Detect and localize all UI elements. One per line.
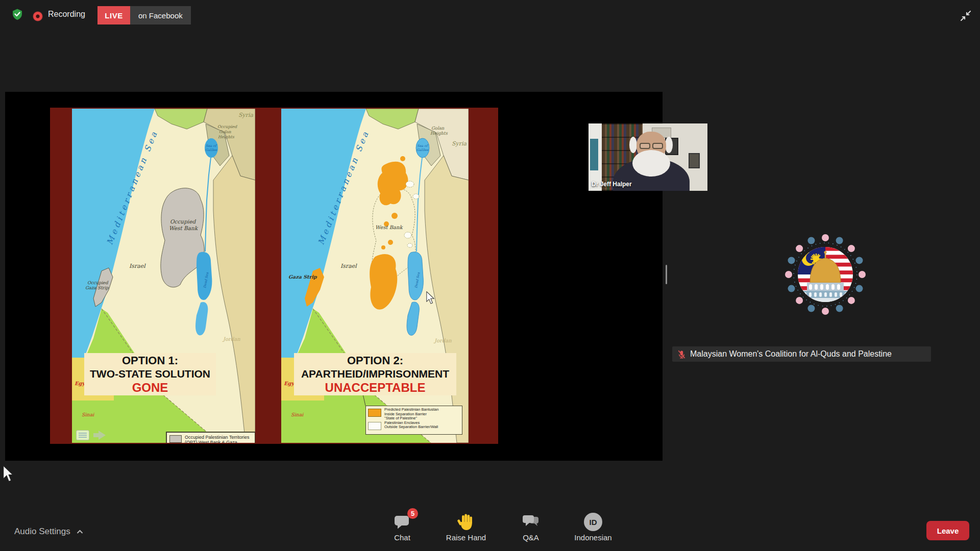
recording-label: Recording [48,10,85,19]
svg-text:Occupied: Occupied [87,280,109,285]
svg-text:Heights: Heights [430,131,448,136]
raised-hand-icon [457,512,475,532]
leave-button[interactable]: Leave [926,521,969,540]
shared-screen-area: Mediterranean Sea Syria Occupied Golan H… [5,92,663,461]
chevron-up-icon [77,530,83,534]
presenter-hair [629,137,637,153]
map-option2-legend: Predicted Palestinian Bantustan Inside S… [365,406,462,435]
option1-subtitle: TWO-STATE SOLUTION [90,367,210,381]
option1-banner: OPTION 1: TWO-STATE SOLUTION GONE [84,353,216,395]
svg-text:Gaza Strip: Gaza Strip [288,274,317,280]
raise-hand-button[interactable]: Raise Hand [438,511,494,542]
audio-settings-label: Audio Settings [14,527,70,537]
svg-text:Gaza Strip: Gaza Strip [85,285,109,290]
svg-text:West Bank: West Bank [169,225,199,231]
svg-text:Jordan: Jordan [222,336,240,342]
svg-text:Heights: Heights [218,135,235,139]
svg-text:Occupied: Occupied [217,124,237,129]
svg-text:Sinai: Sinai [291,412,304,417]
svg-text:Sea of: Sea of [417,144,428,148]
interpretation-button[interactable]: ID Indonesian [565,511,622,542]
chat-label: Chat [394,533,410,542]
panel-drag-handle[interactable] [666,265,667,284]
svg-text:Golan: Golan [219,130,232,134]
exit-fullscreen-button[interactable] [953,4,978,29]
presenter-video-tile[interactable]: Dr Jeff Halper [589,123,707,191]
slideshow-next-icon [93,430,106,440]
legend-gray-swatch [169,435,182,443]
legend-text-line: Occupied Palestinian Territories [185,435,249,440]
local-cursor [1,465,15,483]
svg-text:Israel: Israel [129,263,146,269]
legend-orange-swatch [368,409,381,417]
chat-button[interactable]: 5 Chat [384,511,421,542]
svg-text:Galilee: Galilee [416,148,429,152]
speaker-video-tile[interactable] [785,234,866,315]
svg-text:West Bank: West Bank [375,224,403,230]
option2-banner: OPTION 2: APARTHEID/IMPRISONMENT UNACCEP… [294,353,456,395]
muted-mic-icon [677,350,686,359]
recording-dot-icon [33,11,43,21]
presenter-cursor [425,291,436,305]
svg-text:Jordan: Jordan [433,338,452,344]
option1-title: OPTION 1: [122,354,178,367]
security-shield-icon [11,8,23,22]
svg-text:Sea of: Sea of [206,144,217,148]
interpretation-language-icon: ID [584,513,602,531]
option1-verdict: GONE [132,381,168,395]
presenter-beard [632,150,670,177]
raise-hand-label: Raise Hand [446,533,486,542]
presenter-name-label: Dr Jeff Halper [592,181,632,188]
background-frame [689,153,700,168]
speaker-name-label: Malaysian Women's Coalition for Al-Quds … [690,349,892,359]
slideshow-menu-icon [76,430,89,440]
live-location-label: on Facebook [130,6,191,24]
presenter-glasses [640,143,663,149]
option2-verdict: UNACCEPTABLE [325,381,426,395]
map-option1-legend: Occupied Palestinian Territories (OPT) W… [166,432,255,443]
presentation-slide: Mediterranean Sea Syria Occupied Golan H… [50,108,498,444]
legend-white-swatch [368,422,381,430]
qa-label: Q&A [523,533,539,542]
svg-text:Syria: Syria [238,112,254,118]
legend-text-line: (OPT) West Bank & Gaza [185,440,249,443]
map-option2-panel: Mediterranean Sea Syria Golan Heights Se… [281,109,469,443]
svg-text:Israel: Israel [340,263,357,269]
map-option1-panel: Mediterranean Sea Syria Occupied Golan H… [72,109,255,443]
background-poster [590,139,598,170]
slideshow-controls [76,430,106,440]
qa-button[interactable]: Q&A [512,511,549,542]
option2-subtitle: APARTHEID/IMPRISONMENT [301,367,449,381]
live-badge: LIVE [97,6,130,24]
svg-text:Golan: Golan [431,126,445,131]
qa-bubbles-icon [522,514,540,530]
exit-fullscreen-icon [958,17,973,25]
svg-text:Galilee: Galilee [205,148,217,152]
coalition-logo [785,234,866,315]
presenter-hair [665,137,673,153]
svg-text:Syria: Syria [452,140,467,147]
chat-unread-badge: 5 [407,508,418,519]
svg-text:Occupied: Occupied [170,218,196,225]
interpretation-label: Indonesian [574,533,611,542]
legend-text-line: Outside Separation Barrier/Wall [384,425,438,430]
option2-title: OPTION 2: [347,354,403,367]
svg-text:Sinai: Sinai [82,412,94,417]
speaker-name-bar: Malaysian Women's Coalition for Al-Quds … [672,346,931,362]
audio-settings-button[interactable]: Audio Settings [14,523,83,540]
